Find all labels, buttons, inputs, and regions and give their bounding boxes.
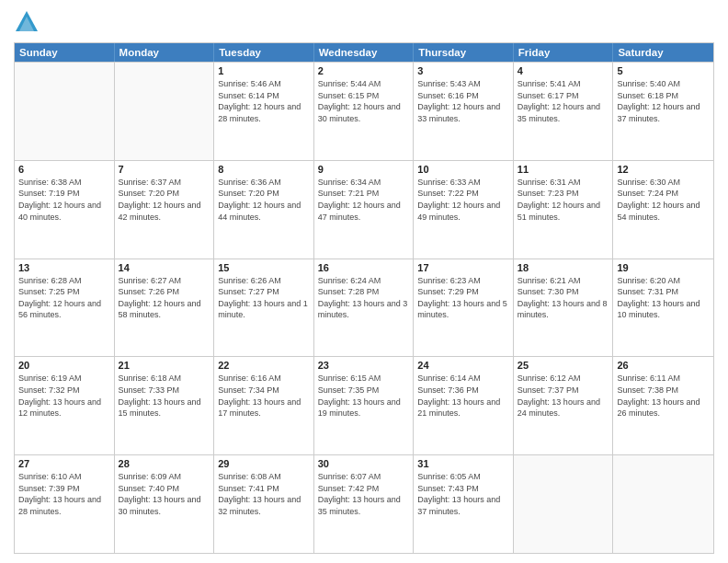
day-number: 7 (119, 164, 210, 175)
calendar-cell: 2Sunrise: 5:44 AM Sunset: 6:15 PM Daylig… (314, 63, 415, 160)
day-number: 6 (18, 164, 110, 175)
calendar-cell: 14Sunrise: 6:27 AM Sunset: 7:26 PM Dayli… (115, 259, 215, 357)
day-info: Sunrise: 6:27 AM Sunset: 7:26 PM Dayligh… (119, 275, 210, 321)
day-number: 31 (417, 458, 509, 469)
day-info: Sunrise: 6:10 AM Sunset: 7:39 PM Dayligh… (18, 471, 110, 517)
day-info: Sunrise: 6:34 AM Sunset: 7:21 PM Dayligh… (318, 177, 410, 223)
calendar-cell: 11Sunrise: 6:31 AM Sunset: 7:23 PM Dayli… (514, 161, 614, 259)
day-info: Sunrise: 6:33 AM Sunset: 7:22 PM Dayligh… (417, 177, 509, 223)
day-number: 10 (417, 164, 509, 175)
day-info: Sunrise: 6:15 AM Sunset: 7:35 PM Dayligh… (318, 373, 410, 419)
day-info: Sunrise: 6:20 AM Sunset: 7:31 PM Dayligh… (617, 275, 710, 321)
calendar-cell: 4Sunrise: 5:41 AM Sunset: 6:17 PM Daylig… (514, 63, 614, 160)
day-info: Sunrise: 6:28 AM Sunset: 7:25 PM Dayligh… (18, 275, 110, 321)
day-number: 11 (518, 164, 609, 175)
day-number: 15 (218, 262, 310, 273)
day-number: 3 (417, 65, 509, 76)
day-info: Sunrise: 6:30 AM Sunset: 7:24 PM Dayligh… (617, 177, 710, 223)
day-number: 14 (119, 262, 210, 273)
calendar-cell: 9Sunrise: 6:34 AM Sunset: 7:21 PM Daylig… (314, 161, 415, 259)
calendar-cell: 19Sunrise: 6:20 AM Sunset: 7:31 PM Dayli… (613, 259, 713, 357)
day-info: Sunrise: 6:11 AM Sunset: 7:38 PM Dayligh… (617, 373, 710, 419)
day-number: 8 (218, 164, 310, 175)
day-number: 18 (518, 262, 609, 273)
day-number: 1 (218, 65, 310, 76)
day-number: 29 (218, 458, 310, 469)
calendar-cell: 30Sunrise: 6:07 AM Sunset: 7:42 PM Dayli… (314, 455, 415, 553)
day-info: Sunrise: 6:05 AM Sunset: 7:43 PM Dayligh… (417, 471, 509, 517)
day-number: 17 (417, 262, 509, 273)
day-info: Sunrise: 6:36 AM Sunset: 7:20 PM Dayligh… (218, 177, 310, 223)
day-info: Sunrise: 6:16 AM Sunset: 7:34 PM Dayligh… (218, 373, 310, 419)
day-info: Sunrise: 6:23 AM Sunset: 7:29 PM Dayligh… (417, 275, 509, 321)
calendar-header: SundayMondayTuesdayWednesdayThursdayFrid… (15, 43, 713, 62)
calendar-cell: 28Sunrise: 6:09 AM Sunset: 7:40 PM Dayli… (115, 455, 215, 553)
calendar-cell: 16Sunrise: 6:24 AM Sunset: 7:28 PM Dayli… (314, 259, 415, 357)
day-number: 12 (617, 164, 710, 175)
calendar-cell: 27Sunrise: 6:10 AM Sunset: 7:39 PM Dayli… (15, 455, 115, 553)
day-info: Sunrise: 6:19 AM Sunset: 7:32 PM Dayligh… (18, 373, 110, 419)
day-number: 22 (218, 360, 310, 371)
calendar-cell (115, 63, 215, 160)
day-number: 27 (18, 458, 110, 469)
calendar-header-cell: Saturday (613, 43, 713, 62)
calendar-cell (514, 455, 614, 553)
calendar-cell: 5Sunrise: 5:40 AM Sunset: 6:18 PM Daylig… (613, 63, 713, 160)
day-info: Sunrise: 5:46 AM Sunset: 6:14 PM Dayligh… (218, 78, 310, 124)
calendar-cell: 18Sunrise: 6:21 AM Sunset: 7:30 PM Dayli… (514, 259, 614, 357)
calendar-cell (15, 63, 115, 160)
day-number: 24 (417, 360, 509, 371)
calendar-cell: 10Sunrise: 6:33 AM Sunset: 7:22 PM Dayli… (414, 161, 514, 259)
calendar-row: 1Sunrise: 5:46 AM Sunset: 6:14 PM Daylig… (15, 62, 713, 160)
logo (14, 9, 43, 35)
day-number: 30 (318, 458, 410, 469)
calendar-cell: 6Sunrise: 6:38 AM Sunset: 7:19 PM Daylig… (15, 161, 115, 259)
calendar-cell: 13Sunrise: 6:28 AM Sunset: 7:25 PM Dayli… (15, 259, 115, 357)
day-info: Sunrise: 6:09 AM Sunset: 7:40 PM Dayligh… (119, 471, 210, 517)
calendar-cell: 17Sunrise: 6:23 AM Sunset: 7:29 PM Dayli… (414, 259, 514, 357)
day-info: Sunrise: 6:07 AM Sunset: 7:42 PM Dayligh… (318, 471, 410, 517)
calendar-cell: 20Sunrise: 6:19 AM Sunset: 7:32 PM Dayli… (15, 357, 115, 454)
day-number: 4 (518, 65, 609, 76)
day-info: Sunrise: 6:37 AM Sunset: 7:20 PM Dayligh… (119, 177, 210, 223)
calendar-cell: 29Sunrise: 6:08 AM Sunset: 7:41 PM Dayli… (214, 455, 314, 553)
day-info: Sunrise: 6:14 AM Sunset: 7:36 PM Dayligh… (417, 373, 509, 419)
calendar-cell: 22Sunrise: 6:16 AM Sunset: 7:34 PM Dayli… (214, 357, 314, 454)
calendar-header-cell: Monday (115, 43, 215, 62)
day-number: 20 (18, 360, 110, 371)
header (14, 9, 714, 35)
calendar-cell: 21Sunrise: 6:18 AM Sunset: 7:33 PM Dayli… (115, 357, 215, 454)
day-info: Sunrise: 5:41 AM Sunset: 6:17 PM Dayligh… (518, 78, 609, 124)
day-info: Sunrise: 6:31 AM Sunset: 7:23 PM Dayligh… (518, 177, 609, 223)
calendar-body: 1Sunrise: 5:46 AM Sunset: 6:14 PM Daylig… (15, 62, 713, 553)
day-number: 23 (318, 360, 410, 371)
calendar-row: 13Sunrise: 6:28 AM Sunset: 7:25 PM Dayli… (15, 259, 713, 357)
day-number: 16 (318, 262, 410, 273)
calendar-header-cell: Tuesday (214, 43, 314, 62)
day-number: 25 (518, 360, 609, 371)
day-number: 5 (617, 65, 710, 76)
calendar-cell: 31Sunrise: 6:05 AM Sunset: 7:43 PM Dayli… (414, 455, 514, 553)
calendar-cell (613, 455, 713, 553)
calendar-cell: 26Sunrise: 6:11 AM Sunset: 7:38 PM Dayli… (613, 357, 713, 454)
day-info: Sunrise: 5:40 AM Sunset: 6:18 PM Dayligh… (617, 78, 710, 124)
calendar-cell: 24Sunrise: 6:14 AM Sunset: 7:36 PM Dayli… (414, 357, 514, 454)
day-info: Sunrise: 6:26 AM Sunset: 7:27 PM Dayligh… (218, 275, 310, 321)
day-info: Sunrise: 6:21 AM Sunset: 7:30 PM Dayligh… (518, 275, 609, 321)
day-number: 28 (119, 458, 210, 469)
calendar-row: 27Sunrise: 6:10 AM Sunset: 7:39 PM Dayli… (15, 454, 713, 553)
calendar-header-cell: Thursday (414, 43, 514, 62)
day-number: 19 (617, 262, 710, 273)
day-info: Sunrise: 6:18 AM Sunset: 7:33 PM Dayligh… (119, 373, 210, 419)
calendar-cell: 12Sunrise: 6:30 AM Sunset: 7:24 PM Dayli… (613, 161, 713, 259)
calendar-cell: 23Sunrise: 6:15 AM Sunset: 7:35 PM Dayli… (314, 357, 415, 454)
page: SundayMondayTuesdayWednesdayThursdayFrid… (0, 0, 728, 563)
day-number: 21 (119, 360, 210, 371)
calendar-header-cell: Sunday (15, 43, 115, 62)
day-number: 2 (318, 65, 410, 76)
calendar-cell: 25Sunrise: 6:12 AM Sunset: 7:37 PM Dayli… (514, 357, 614, 454)
calendar-row: 6Sunrise: 6:38 AM Sunset: 7:19 PM Daylig… (15, 160, 713, 259)
day-number: 9 (318, 164, 410, 175)
day-info: Sunrise: 5:44 AM Sunset: 6:15 PM Dayligh… (318, 78, 410, 124)
calendar-row: 20Sunrise: 6:19 AM Sunset: 7:32 PM Dayli… (15, 356, 713, 454)
